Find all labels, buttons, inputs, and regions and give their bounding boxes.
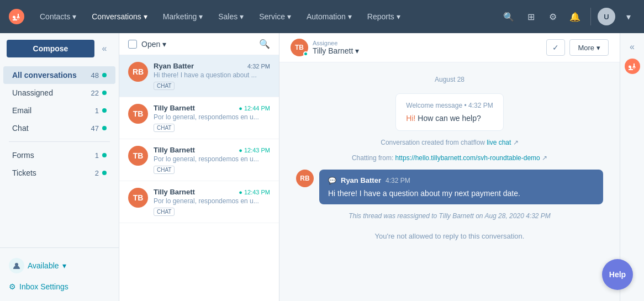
select-all-checkbox[interactable] [128, 40, 137, 49]
avatar: TB [128, 146, 148, 166]
conv-time: 4:32 PM [247, 63, 270, 70]
hubspot-logo[interactable] [7, 7, 27, 27]
external-link-icon: ↗ [513, 139, 519, 146]
sidebar-item-all-conversations[interactable]: All conversations 48 [3, 66, 115, 84]
conv-name: Tilly Barnett [154, 188, 195, 196]
sidebar-section-main: All conversations 48 Unassigned 22 Email… [0, 66, 119, 137]
nav-contacts[interactable]: Contacts ▾ [33, 8, 83, 25]
user-msg-avatar: RB [296, 170, 314, 187]
external-link-icon: ↗ [542, 154, 547, 162]
assignee-label: Assignee [313, 40, 359, 46]
chevron-down-icon: ▾ [287, 12, 291, 21]
available-status-button[interactable]: Available ▾ [9, 255, 110, 277]
sidebar-item-email[interactable]: Email 1 [3, 102, 115, 119]
chat-panel: TB Assignee Tilly Barnett ▾ ✓ More ▾ [279, 33, 620, 301]
conversation-item[interactable]: TB Tilly Barnett ● 12:43 PM Por lo gener… [119, 181, 279, 223]
conversation-items: RB Ryan Batter 4:32 PM Hi there! I have … [119, 55, 279, 301]
chevron-down-icon: ▾ [397, 12, 400, 21]
live-chat-link[interactable]: live chat [487, 139, 511, 146]
marketplace-button[interactable]: ⊞ [522, 8, 540, 25]
date-divider: August 28 [296, 76, 603, 83]
chat-header: TB Assignee Tilly Barnett ▾ ✓ More ▾ [279, 33, 620, 62]
chatting-from-link[interactable]: https://hello.tillybarnett.com/svh-round… [395, 154, 540, 162]
conv-name: Ryan Batter [154, 62, 194, 70]
status-dot [102, 91, 107, 95]
conversation-item[interactable]: TB Tilly Barnett ● 12:43 PM Por lo gener… [119, 139, 279, 181]
chevron-down-icon: ▾ [348, 12, 352, 21]
conv-tag: CHAT [154, 82, 175, 90]
collapse-sidebar-button[interactable]: « [97, 41, 112, 56]
nav-conversations[interactable]: Conversations ▾ [85, 8, 154, 25]
online-status-dot [303, 51, 308, 56]
nav-reports[interactable]: Reports ▾ [361, 8, 407, 25]
search-button[interactable]: 🔍 [500, 8, 518, 25]
help-button[interactable]: Help [602, 259, 633, 290]
check-button[interactable]: ✓ [546, 39, 565, 56]
available-icon [9, 258, 24, 273]
nav-right-actions: 🔍 ⊞ ⚙ 🔔 U ▾ [500, 8, 637, 25]
chevron-down-icon: ▾ [144, 12, 147, 21]
chevron-down-icon: ▾ [199, 12, 203, 21]
sidebar-item-tickets[interactable]: Tickets 2 [3, 164, 115, 182]
more-button[interactable]: More ▾ [569, 39, 609, 56]
gear-icon: ⚙ [9, 282, 16, 291]
conversation-item[interactable]: TB Tilly Barnett ● 12:44 PM Por lo gener… [119, 97, 279, 139]
reassign-note: This thread was reassigned to Tilly Barn… [296, 212, 603, 220]
avatar: TB [128, 188, 148, 208]
avatar: RB [128, 62, 148, 82]
conv-time: ● 12:43 PM [239, 147, 270, 154]
conv-search-button[interactable]: 🔍 [259, 39, 270, 49]
chevron-down-icon: ▾ [72, 12, 76, 21]
conv-tag: CHAT [154, 124, 175, 132]
nav-sales[interactable]: Sales ▾ [212, 8, 250, 25]
conv-preview: Por lo general, respondemos en u... [154, 113, 270, 121]
chevron-down-icon: ▾ [162, 40, 166, 49]
status-dot [102, 73, 107, 77]
hubspot-logo-right[interactable] [625, 59, 640, 76]
conv-body: Tilly Barnett ● 12:44 PM Por lo general,… [154, 104, 270, 132]
nav-marketing[interactable]: Marketing ▾ [156, 8, 209, 25]
conversation-item[interactable]: RB Ryan Batter 4:32 PM Hi there! I have … [119, 55, 279, 97]
assignee-name-button[interactable]: Tilly Barnett ▾ [313, 46, 359, 55]
message-icon: 💬 [328, 177, 336, 184]
user-avatar[interactable]: U [598, 8, 615, 25]
inbox-settings-button[interactable]: ⚙ Inbox Settings [9, 279, 110, 294]
welcome-msg-header: Welcome message • 4:32 PM [406, 102, 493, 109]
open-filter-button[interactable]: Open ▾ [141, 40, 166, 49]
sidebar-item-forms[interactable]: Forms 1 [3, 146, 115, 164]
assignee-info: TB Assignee Tilly Barnett ▾ [291, 39, 359, 56]
collapse-right-button[interactable]: « [630, 42, 635, 52]
nav-service[interactable]: Service ▾ [252, 8, 298, 25]
chevron-down-icon: ▾ [62, 261, 66, 270]
conv-tag: CHAT [154, 208, 175, 216]
avatar: TB [128, 104, 148, 124]
status-dot [102, 108, 107, 113]
conv-preview: Por lo general, respondemos en u... [154, 197, 270, 205]
sidebar-bottom: Available ▾ ⚙ Inbox Settings [0, 247, 119, 301]
assignee-text: Assignee Tilly Barnett ▾ [313, 40, 359, 55]
user-message-wrapper: RB 💬 Ryan Batter 4:32 PM Hi there! I hav… [296, 170, 603, 204]
conv-name: Tilly Barnett [154, 104, 195, 112]
main-content: Compose « All conversations 48 Unassigne… [0, 33, 644, 301]
conv-time: ● 12:43 PM [239, 189, 270, 196]
conv-list-header: Open ▾ 🔍 [119, 33, 279, 55]
sidebar-nav: All conversations 48 Unassigned 22 Email… [0, 64, 119, 247]
conv-name: Tilly Barnett [154, 146, 195, 154]
nav-items: Contacts ▾ Conversations ▾ Marketing ▾ S… [33, 8, 500, 25]
nav-automation[interactable]: Automation ▾ [300, 8, 358, 25]
notifications-button[interactable]: 🔔 [566, 8, 584, 25]
compose-area: Compose « [0, 33, 119, 64]
sidebar-divider [9, 141, 110, 142]
account-chevron[interactable]: ▾ [620, 8, 637, 25]
settings-button[interactable]: ⚙ [544, 8, 562, 25]
left-sidebar: Compose « All conversations 48 Unassigne… [0, 33, 119, 301]
compose-button[interactable]: Compose [7, 40, 94, 57]
welcome-message: Welcome message • 4:32 PM Hi! How can we… [395, 93, 503, 131]
conv-time: ● 12:44 PM [239, 105, 270, 112]
chat-header-actions: ✓ More ▾ [546, 39, 609, 56]
msg-sender: Ryan Batter [341, 176, 381, 184]
sidebar-item-unassigned[interactable]: Unassigned 22 [3, 84, 115, 102]
assignee-avatar: TB [291, 39, 308, 56]
sidebar-item-chat[interactable]: Chat 47 [3, 119, 115, 137]
chevron-down-icon: ▾ [355, 46, 359, 55]
